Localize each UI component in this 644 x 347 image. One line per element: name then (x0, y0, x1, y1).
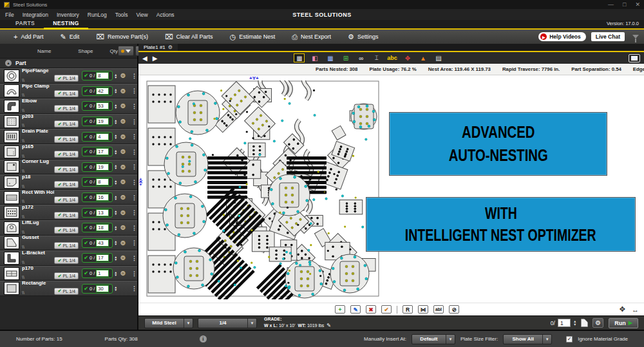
qty-spinner[interactable]: ▲▼ (114, 73, 117, 79)
qty-spinner[interactable]: ▲▼ (114, 88, 117, 93)
add-part-button[interactable]: +Add Part (5, 30, 52, 44)
nest-settings-gear-icon[interactable]: ⚙ (592, 318, 603, 328)
material-thickness-button[interactable]: ✔PL 1/4 (54, 90, 79, 97)
maximize-button[interactable]: □ (623, 1, 626, 8)
edit-button[interactable]: ✎Edit (52, 30, 88, 44)
info-icon[interactable]: i (200, 335, 207, 342)
clear-all-parts-button[interactable]: ⌧Clear All Parts (156, 30, 222, 44)
material-dropdown[interactable]: Mild Steel ▼ (144, 318, 193, 328)
part-row-gusset[interactable]: Gusset\\✔PL 1/4✔0 /43▲▼⚙⋮ (0, 236, 137, 251)
qty-input[interactable]: 42 (96, 88, 109, 95)
bridge-icon[interactable]: ⌶ (371, 53, 382, 62)
row-menu-icon[interactable]: ⋮ (131, 239, 137, 246)
material-thickness-button[interactable]: ✔PL 1/4 (54, 272, 79, 279)
part-group-header[interactable]: ▲ Part (0, 58, 137, 68)
row-menu-icon[interactable]: ⋮ (131, 225, 137, 231)
qty-input[interactable]: 19 (96, 164, 109, 171)
verify-plate-icon[interactable]: ✔ (381, 305, 392, 314)
measure-grid-icon[interactable]: ▦ (294, 53, 305, 62)
ignore-material-grade-checkbox[interactable]: ✓ (566, 336, 573, 342)
qty-spinner[interactable]: ▲▼ (114, 240, 117, 245)
qty-spinner[interactable]: ▲▼ (114, 104, 117, 109)
row-menu-icon[interactable]: ⋮ (131, 209, 137, 216)
part-row-drain-plate[interactable]: Drain Plate\\✔PL 1/4✔0 /4▲▼⚙⋮ (0, 129, 137, 144)
torch-icon[interactable]: ▲ (417, 53, 428, 62)
part-row-l-bracket[interactable]: L-Bracket\\✔PL 1/4✔0 /17▲▼⚙⋮ (0, 250, 137, 266)
plate-settings-gear-icon[interactable]: ⚙ (168, 44, 173, 50)
material-thickness-button[interactable]: ✔PL 1/4 (54, 105, 79, 112)
remove-parts-button[interactable]: ⌧Remove Part(s) (88, 30, 156, 44)
menu-actions[interactable]: Actions (156, 12, 175, 18)
part-settings-gear-icon[interactable]: ⚙ (120, 194, 126, 201)
part-settings-gear-icon[interactable]: ⚙ (120, 254, 126, 261)
thickness-dropdown[interactable]: 1/4 ▼ (198, 318, 257, 328)
qty-spinner[interactable]: ▲▼ (114, 286, 117, 291)
minimize-button[interactable]: — (608, 1, 614, 8)
part-row-pipeflange[interactable]: PipeFlange\\✔PL 1/4✔0 /8▲▼⚙⋮ (0, 68, 137, 84)
material-thickness-button[interactable]: ✔PL 1/4 (54, 151, 79, 158)
abc-label-icon[interactable]: abc (386, 53, 397, 62)
help-videos-button[interactable]: ▶ Help Videos (538, 32, 586, 41)
tab-parts[interactable]: PARTS (6, 20, 44, 28)
part-settings-gear-icon[interactable]: ⚙ (120, 133, 126, 140)
row-menu-icon[interactable]: ⋮ (131, 73, 137, 79)
select-grid-icon[interactable]: ▦ (325, 53, 336, 62)
part-settings-gear-icon[interactable]: ⚙ (120, 270, 126, 277)
run-button[interactable]: Run▶ (609, 318, 638, 328)
qty-input[interactable]: 8 (96, 72, 109, 79)
part-settings-gear-icon[interactable]: ⚙ (120, 72, 126, 79)
report-doc-icon[interactable] (581, 319, 588, 327)
qty-input[interactable]: 53 (96, 102, 109, 109)
qty-input[interactable]: 19 (96, 118, 109, 125)
material-thickness-button[interactable]: ✔PL 1/4 (54, 75, 79, 82)
fit-width-icon[interactable]: ↔ (632, 306, 639, 314)
row-menu-icon[interactable]: ⋮ (131, 118, 137, 125)
mirror-icon[interactable]: ⋈ (418, 305, 428, 314)
part-settings-gear-icon[interactable]: ⚙ (120, 118, 126, 125)
qty-spinner[interactable]: ▲▼ (114, 134, 117, 139)
qty-spinner[interactable]: ▲▼ (114, 271, 117, 276)
qty-spinner[interactable]: ▲▼ (114, 149, 117, 155)
parts-filter-button[interactable] (118, 46, 134, 56)
qty-input[interactable]: 16 (96, 194, 109, 201)
plate-size-filter-dropdown[interactable]: Show All ▼ (503, 334, 552, 344)
qty-input[interactable]: 30 (96, 285, 109, 292)
run-counter-input[interactable]: 1 (558, 319, 571, 327)
row-menu-icon[interactable]: ⋮ (131, 285, 137, 292)
part-settings-gear-icon[interactable]: ⚙ (120, 148, 126, 155)
remnant-icon[interactable]: R (402, 305, 413, 314)
menu-integration[interactable]: Integration (23, 12, 48, 18)
part-row-elbow[interactable]: Elbow\\✔PL 1/4✔0 /53▲▼⚙⋮ (0, 98, 137, 114)
part-row-p172[interactable]: p172\\✔PL 1/4✔0 /13▲▼⚙⋮ (0, 205, 137, 220)
row-menu-icon[interactable]: ⋮ (131, 179, 137, 185)
qty-spinner[interactable]: ▲▼ (114, 210, 117, 215)
nest-export-button[interactable]: ⎙Nest Export (283, 30, 339, 44)
part-settings-gear-icon[interactable]: ⚙ (120, 209, 126, 216)
qty-input[interactable]: 13 (96, 209, 109, 216)
material-thickness-button[interactable]: ✔PL 1/4 (54, 136, 79, 143)
menu-file[interactable]: File (5, 12, 14, 18)
edit-plate-icon[interactable]: ✎ (350, 305, 361, 314)
nest-canvas[interactable]: +Y+ +X+ ADVANCED AUTO-NESTING WITH INTEL… (138, 75, 644, 303)
close-button[interactable]: ✕ (635, 1, 640, 8)
material-thickness-button[interactable]: ✔PL 1/4 (54, 196, 79, 203)
qty-spinner[interactable]: ▲▼ (114, 225, 117, 230)
row-menu-icon[interactable]: ⋮ (131, 194, 137, 201)
row-menu-icon[interactable]: ⋮ (131, 164, 137, 170)
part-row-p170[interactable]: p170\\✔PL 1/4✔0 /1▲▼⚙⋮ (0, 266, 137, 281)
qty-input[interactable]: 4 (96, 133, 109, 140)
hide-eye-icon[interactable]: ⊘ (449, 305, 459, 314)
delete-plate-icon[interactable]: ✖ (366, 305, 376, 314)
qty-spinner[interactable]: ▲▼ (114, 180, 117, 185)
qty-input[interactable]: 1 (96, 270, 109, 277)
qty-spinner[interactable]: ▲▼ (114, 256, 117, 261)
part-row-p18[interactable]: p18\\✔PL 1/4✔0 /8▲▼⚙⋮ (0, 174, 137, 190)
part-row-rectangle[interactable]: Rectangle\\✔PL 1/4✔0 /30▲▼⋮ (0, 281, 137, 296)
part-row-p165[interactable]: p165\\✔PL 1/4✔0 /17▲▼⚙⋮ (0, 144, 137, 160)
qty-input[interactable]: 8 (96, 178, 109, 185)
material-thickness-button[interactable]: ✔PL 1/4 (54, 257, 79, 264)
qty-input[interactable]: 17 (96, 148, 109, 155)
menu-view[interactable]: View (136, 12, 147, 18)
edit-pencil-icon[interactable]: ✎ (327, 323, 331, 328)
row-menu-icon[interactable]: ⋮ (131, 270, 137, 277)
